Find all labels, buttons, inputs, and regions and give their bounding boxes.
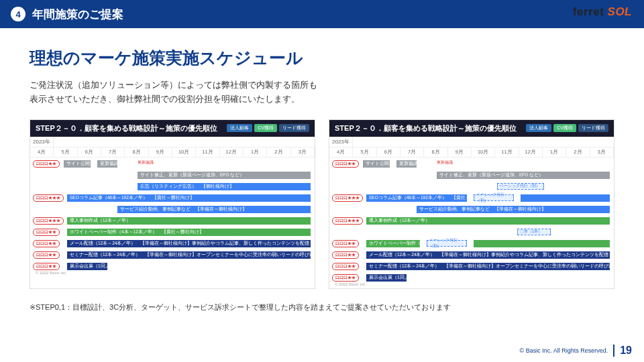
task-pill: 口口口★★ [33,251,60,259]
gantt-bar [474,240,610,247]
month-cell: 9月 [448,147,472,157]
inner-copyright: © 2022 Basic inc. [335,282,366,286]
task-pill: 口口口★★★ [332,194,363,202]
task-pill: 口口口★★ [332,274,359,282]
description: ご発注状況（追加ソリューション等）によっては弊社側で内製する箇所も 表示させてい… [30,78,614,107]
task-pill: 口口口★★★ [33,217,64,225]
gantt-area: 口口口★★サイト公開更新協議更新協議 サイト修正、更新（新規ページ追加、EFO … [329,158,614,288]
gantt-bar: ホワイトペーパー制作（4本～12本／年） 【貴社～弊社向け】 [366,240,420,247]
gantt-bar: サービス紹介動画、事例記事など 【準備在～御社様向け】 [417,206,610,213]
gantt-bar: 展示会出展（1回／年） [366,274,407,282]
task-pill: 口口口★★ [33,240,60,247]
gantt-box: ベーシック代行（別） [427,240,467,247]
month-cell: 6月 [377,147,400,157]
gantt-box: 〇本（1本） [517,229,551,235]
gantt-bar: 導入事例作成（12本～／年） [67,217,311,225]
gantt-bar: サイト修正、更新（新規ページ追加、EFO など） [138,172,311,179]
page-number: 19 [613,345,632,357]
month-row: 4月 5月 6月 7月 8月 9月 10月 11月 12月 1月 2月 3月 [30,147,315,158]
schedule-chart-right: STEP２－０．顧客を集める戦略設計～施策の優先順位 法人顧客 CV獲得 リード… [329,119,614,289]
month-cell: 11月 [495,147,519,157]
gantt-bar: サイト公開 [363,160,390,168]
task-pill: 口口口★★ [33,160,60,168]
chart-header: STEP２－０．顧客を集める戦略設計～施策の優先順位 法人顧客 CV獲得 リード… [30,120,315,137]
gantt-bar: メール配信（12本～24本／年） 【準備在～御社様向け】事例紹介やコラム記事、新… [67,240,311,247]
year-label: 2023年 [329,137,353,147]
slide-content: 理想のマーケ施策実施スケジュール ご発注状況（追加ソリューション等）によっては弊… [0,28,644,312]
task-pill: 口口口★★★ [33,194,64,202]
month-cell: 5月 [353,147,376,157]
gantt-box: ベーシック代行（別） [474,194,514,201]
footnote: ※STEP0,1：目標設計、3C分析、ターゲット、サービス訴求シートで整理した内… [30,302,614,312]
gantt-bar: ホワイトペーパー制作（4本～12本／年） 【貴社～弊社向け】 [67,229,311,236]
month-cell: 9月 [149,147,172,157]
chart-step-label: STEP２－０．顧客を集める戦略設計～施策の優先順位 [335,123,517,133]
annotation: 更新協議 [437,160,453,166]
gantt-bar: サイト修正、更新（新規ページ追加、EFO など） [437,172,610,179]
description-line-1: ご発注状況（追加ソリューション等）によっては弊社側で内製する箇所も [30,78,614,93]
chart-step-label: STEP２－０．顧客を集める戦略設計～施策の優先順位 [36,123,217,133]
schedule-charts: STEP２－０．顧客を集める戦略設計～施策の優先順位 法人顧客 CV獲得 リード… [30,119,614,289]
task-pill: 口口口★★ [332,240,359,247]
gantt-bar: SEOコラム記事（48本～192本／年） 【貴社～弊社向け】 [366,194,467,202]
logo-text-1: ferret [573,5,604,18]
logo-text-2: SOL [604,5,632,18]
brand-logo: ferret SOL ソリューション [573,5,632,25]
legend-tag-3: リード獲得 [279,124,309,132]
task-pill: 口口口★★ [332,160,359,168]
task-pill: 口口口★★★ [332,217,363,225]
chart-header: STEP２－０．顧客を集める戦略設計～施策の優先順位 法人顧客 CV獲得 リード… [329,120,614,137]
task-pill: 口口口★★ [332,251,359,259]
gantt-bar: SEOコラム記事（48本～192本／年） 【貴社～弊社向け】 [67,194,311,202]
annotation: 更新協議 [138,160,154,166]
month-row: 4月 5月 6月 7月 8月 9月 10月 11月 12月 1月 2月 3月 [329,147,614,158]
month-cell: 2月 [267,147,290,157]
section-number: 4 [11,7,25,21]
month-cell: 12月 [519,147,543,157]
section-title: 年間施策のご提案 [32,7,123,22]
gantt-bar: 更新協議 [97,160,117,168]
legend-tag-3: リード獲得 [578,124,608,132]
gantt-bar: セミナー配信（12本～24本／年） 【準備在～御社様向け】オープンセミナーを中心… [67,251,311,259]
gantt-bar: 展示会出展（1回／年） [67,263,107,270]
task-pill: 口口口★★ [33,263,60,270]
gantt-bar: 広告（リスティング広告） 【御社様向け】 [138,183,311,190]
gantt-bar: 更新協議 [396,160,417,168]
footer-copyright: © Basic Inc. All Rights Reserved. [520,347,608,354]
month-cell: 8月 [424,147,447,157]
task-pill: 口口口★★ [332,263,359,270]
month-cell: 12月 [220,147,244,157]
gantt-box: ベーシック代行（別） [497,183,544,190]
year-label: 2023年 [30,137,54,147]
gantt-bar [521,194,610,202]
inner-copyright: © 2022 Basic inc. [36,271,67,275]
description-line-2: 表示させていただき、御社弊社間での役割分担を明確にいたします。 [30,93,614,107]
task-pill: 口口口★★ [33,229,60,236]
legend-tag-2: CV獲得 [254,124,277,132]
year-row: 2023年 [329,137,614,147]
month-cell: 10月 [172,147,196,157]
month-cell: 6月 [78,147,101,157]
gantt-bar: メール配信（12本～24本／年） 【準備在～御社様向け】事例紹介やコラム記事、新… [366,251,610,259]
slide-header: 4 年間施策のご提案 [0,0,644,28]
month-cell: 2月 [566,147,590,157]
month-cell: 10月 [472,147,495,157]
chart-legend: 法人顧客 CV獲得 リード獲得 [526,124,608,132]
month-cell: 1月 [244,147,267,157]
legend-tag-2: CV獲得 [553,124,576,132]
chart-legend: 法人顧客 CV獲得 リード獲得 [227,124,309,132]
month-cell: 3月 [291,147,315,157]
month-cell: 11月 [196,147,219,157]
main-title: 理想のマーケ施策実施スケジュール [30,47,614,69]
month-cell: 8月 [125,147,148,157]
slide-footer: © Basic Inc. All Rights Reserved. 19 [520,345,632,357]
year-row: 2023年 [30,137,315,147]
gantt-bar: セミナー配信（12本～24本／年） 【準備在～御社様向け】オープンセミナーを中心… [366,263,610,270]
month-cell: 1月 [543,147,566,157]
month-cell: 5月 [54,147,77,157]
month-cell: 4月 [30,147,54,157]
gantt-area: 口口口★★サイト公開更新協議更新協議 サイト修正、更新（新規ページ追加、EFO … [30,158,315,277]
logo-subtitle: ソリューション [573,19,632,25]
gantt-bar: サイト公開 [64,160,91,168]
legend-tag-1: 法人顧客 [227,124,252,132]
